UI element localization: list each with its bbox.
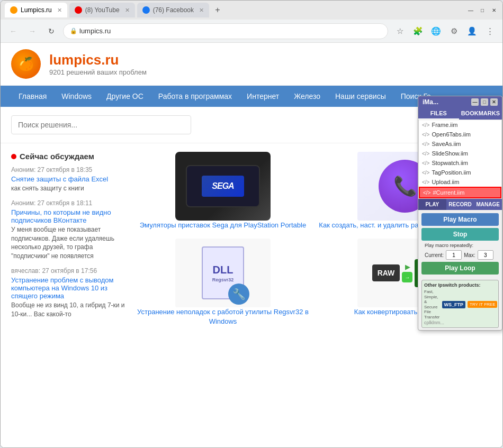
play-loop-button[interactable]: Play Loop xyxy=(421,262,499,275)
page-content: 🍊 lumpics.ru 9201 решений ваших проблем … xyxy=(1,43,502,447)
comment-meta-1: Аноним: 27 октября в 18:35 xyxy=(11,166,128,173)
imacros-file-open6tabs[interactable]: </> Open6Tabs.iim xyxy=(419,130,501,139)
ad-desc3: & Secure xyxy=(424,299,440,309)
sidebar: Сейчас обсуждаем Аноним: 27 октября в 18… xyxy=(11,152,128,327)
imacros-file-slideshow[interactable]: </> SlideShow.iim xyxy=(419,149,501,158)
imacros-close-button[interactable]: ✕ xyxy=(490,98,498,106)
tab-lumpics[interactable]: Lumpics.ru ✕ xyxy=(5,3,67,17)
imacros-minimize-button[interactable]: — xyxy=(471,98,479,106)
play-macro-button[interactable]: Play Macro xyxy=(421,213,499,226)
sega-text: SEGA xyxy=(212,181,233,191)
imacros-file-frame[interactable]: </> Frame.iim xyxy=(419,120,501,130)
max-value-input[interactable] xyxy=(478,250,493,260)
profile-icon[interactable]: 👤 xyxy=(464,24,479,39)
imacros-title: iMa... xyxy=(423,98,438,106)
imacros-buttons: Play Macro Stop Play macro repeatedly: C… xyxy=(418,210,502,278)
back-button[interactable]: ← xyxy=(6,24,21,39)
ws-ftp-desc-block: Fast, Simple, & Secure File Transfer xyxy=(424,289,440,320)
imacros-action-tab-record[interactable]: RECORD xyxy=(446,199,474,210)
nav-item-rabota[interactable]: Работа в программах xyxy=(151,86,239,107)
comment-text-1: как снять защиту с книги xyxy=(11,184,128,193)
comment-item-2: Аноним: 27 октября в 18:11 Причины, по к… xyxy=(11,199,128,261)
nav-item-internet[interactable]: Интернет xyxy=(239,86,286,107)
file-icon-slideshow: </> xyxy=(422,151,429,157)
site-title-block: lumpics.ru 9201 решений ваших проблем xyxy=(49,52,147,76)
site-subtitle: 9201 решений ваших проблем xyxy=(49,68,147,76)
comment-link-3[interactable]: Устранение проблем с выводом компьютера … xyxy=(11,276,128,300)
new-tab-button[interactable]: + xyxy=(211,4,224,16)
maximize-button[interactable]: □ xyxy=(478,6,487,14)
stop-button[interactable]: Stop xyxy=(421,228,499,241)
forward-button[interactable]: → xyxy=(25,24,40,39)
dll-tool-icon: 🔧 xyxy=(228,284,249,305)
imacros-title-bar: iMa... — □ ✕ xyxy=(418,96,502,108)
arrow-container: ▶ → xyxy=(402,263,412,282)
browser-icon2[interactable]: ⚙ xyxy=(446,24,461,39)
viber-phone-icon: 📞 xyxy=(393,175,417,197)
file-icon-saveas: </> xyxy=(422,141,429,147)
sega-console: SEGA xyxy=(186,165,260,207)
tab-close-facebook[interactable]: ✕ xyxy=(199,7,204,14)
arrow-text: → xyxy=(405,275,410,280)
nav-item-zhelezo[interactable]: Железо xyxy=(286,86,328,107)
imacros-tab-files[interactable]: FILES xyxy=(418,108,459,120)
file-icon-upload: </> xyxy=(422,179,429,185)
minimize-button[interactable]: — xyxy=(466,6,475,14)
grid-item-sega: SEGA Эмуляторы приставок Sega для PlaySt… xyxy=(136,152,310,230)
ad-link[interactable]: cplklnm... xyxy=(424,320,496,325)
ws-ftp-try-button[interactable]: TRY IT FREE xyxy=(468,301,497,308)
tab-close-lumpics[interactable]: ✕ xyxy=(57,7,62,14)
tab-label-facebook: (76) Facebook xyxy=(153,6,194,14)
imacros-file-stopwatch[interactable]: </> Stopwatch.iim xyxy=(419,158,501,168)
imacros-file-tabs: FILES BOOKMARKS xyxy=(418,108,502,120)
sega-image: SEGA xyxy=(175,152,271,221)
site-logo: 🍊 xyxy=(11,49,41,79)
nav-item-windows[interactable]: Windows xyxy=(54,86,99,107)
close-button[interactable]: ✕ xyxy=(490,6,498,14)
max-label: Max: xyxy=(464,252,475,258)
imacros-file-current[interactable]: </> #Current.iim xyxy=(419,187,501,198)
nav-item-glavnaya[interactable]: Главная xyxy=(11,86,54,107)
dll-container: DLL Regsvr32 🔧 xyxy=(202,246,244,299)
current-value-input[interactable] xyxy=(446,250,462,260)
imacros-maximize-button[interactable]: □ xyxy=(481,98,488,106)
arrow-badge: → xyxy=(402,272,412,282)
menu-icon[interactable]: ⋮ xyxy=(482,24,497,39)
nav-item-servisy[interactable]: Наши сервисы xyxy=(328,86,393,107)
nav-item-drugie[interactable]: Другие ОС xyxy=(99,86,151,107)
imacros-panel: iMa... — □ ✕ FILES BOOKMARKS </> Frame.i… xyxy=(418,96,502,331)
dll-image: DLL Regsvr32 🔧 xyxy=(175,239,271,307)
comment-text-2: У меня вообще не показывает подписчиков.… xyxy=(11,225,128,261)
tab-youtube[interactable]: (8) YouTube ✕ xyxy=(69,3,135,17)
site-title: lumpics.ru xyxy=(49,52,147,68)
file-icon-tagposition: </> xyxy=(422,170,429,176)
grid-caption-sega[interactable]: Эмуляторы приставок Sega для PlayStation… xyxy=(140,221,306,230)
imacros-action-tab-manage[interactable]: MANAGE xyxy=(474,199,502,210)
bookmark-icon[interactable]: ☆ xyxy=(392,24,407,39)
imacros-file-upload[interactable]: </> Upload.iim xyxy=(419,177,501,187)
ad-title: Other Ipswitch products: xyxy=(424,282,496,288)
ws-ftp-logo: WS_FTP xyxy=(442,301,466,308)
address-input[interactable]: 🔒 lumpics.ru xyxy=(63,23,388,39)
imacros-tab-bookmarks[interactable]: BOOKMARKS xyxy=(459,108,502,120)
tab-close-youtube[interactable]: ✕ xyxy=(125,7,130,14)
imacros-action-tab-play[interactable]: PLAY xyxy=(418,199,446,210)
refresh-button[interactable]: ↻ xyxy=(44,24,59,39)
imacros-file-tagposition[interactable]: </> TagPosition.iim xyxy=(419,168,501,177)
tab-facebook[interactable]: (76) Facebook ✕ xyxy=(137,3,209,17)
comment-meta-3: вячеслав: 27 октября в 17:56 xyxy=(11,267,128,275)
red-dot-icon xyxy=(11,154,16,159)
comment-link-2[interactable]: Причины, по которым не видно подписчиков… xyxy=(11,208,128,224)
file-icon-stopwatch: </> xyxy=(422,160,429,166)
imacros-file-saveas[interactable]: </> SaveAs.iim xyxy=(419,139,501,149)
extensions-icon[interactable]: 🧩 xyxy=(410,24,425,39)
imacros-file-list: </> Frame.iim </> Open6Tabs.iim </> Save… xyxy=(418,120,502,199)
window-controls: — □ ✕ xyxy=(466,6,498,14)
comment-link-1[interactable]: Снятие защиты с файла Excel xyxy=(11,175,128,183)
tab-favicon-youtube xyxy=(75,6,82,14)
grid-caption-dll[interactable]: Устранение неполадок с работой утилиты R… xyxy=(136,307,310,326)
search-input[interactable] xyxy=(11,115,191,134)
tab-label-lumpics: Lumpics.ru xyxy=(21,6,52,14)
browser-icon1[interactable]: 🌐 xyxy=(428,24,443,39)
file-icon-current: </> xyxy=(423,190,430,196)
